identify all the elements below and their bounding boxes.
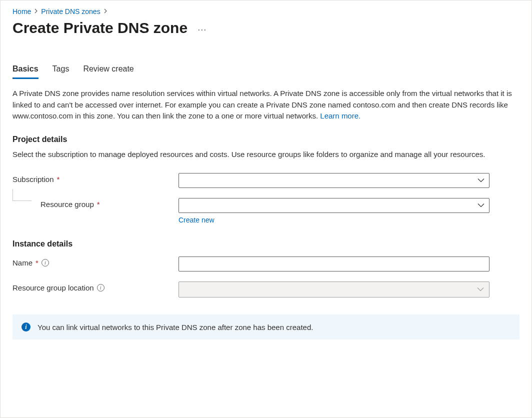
resource-group-location-select [178,282,490,298]
breadcrumb: Home Private DNS zones [12,8,520,16]
info-banner: i You can link virtual networks to this … [12,314,520,340]
required-indicator: * [36,258,38,267]
name-input[interactable] [178,256,490,272]
info-icon[interactable]: i [97,284,104,292]
breadcrumb-home[interactable]: Home [12,8,31,16]
resource-group-select-value [178,198,490,213]
resource-group-location-label-text: Resource group location [12,284,94,292]
subscription-select-value [178,173,490,188]
tab-basics[interactable]: Basics [12,64,38,79]
chevron-right-icon [34,8,38,15]
name-label-text: Name [12,258,32,267]
resource-group-location-label: Resource group location i [12,282,178,292]
indent-marker [12,189,32,201]
create-new-resource-group-link[interactable]: Create new [178,216,214,224]
required-indicator: * [97,200,100,208]
learn-more-link[interactable]: Learn more. [320,112,360,120]
instance-details-heading: Instance details [12,240,520,248]
project-details-sub: Select the subscription to manage deploy… [12,149,520,160]
chevron-right-icon [104,8,108,15]
more-actions-button[interactable]: ··· [196,25,208,34]
name-label: Name * i [12,256,178,267]
subscription-select[interactable] [178,173,490,188]
tab-tags[interactable]: Tags [52,64,70,79]
breadcrumb-private-dns-zones[interactable]: Private DNS zones [41,8,100,16]
tabs: Basics Tags Review create [12,64,520,79]
tab-review-create[interactable]: Review create [83,64,134,79]
resource-group-location-value [179,282,489,297]
project-details-heading: Project details [12,135,520,144]
tab-description: A Private DNS zone provides name resolut… [12,88,520,122]
description-text: A Private DNS zone provides name resolut… [12,89,512,120]
subscription-label-text: Subscription [12,175,54,184]
required-indicator: * [57,175,60,184]
info-icon: i [22,322,30,332]
page-title: Create Private DNS zone [12,20,188,36]
info-icon[interactable]: i [42,259,49,266]
resource-group-select[interactable] [178,198,490,213]
info-banner-text: You can link virtual networks to this Pr… [38,323,313,332]
resource-group-label: Resource group * [40,198,100,208]
subscription-label: Subscription * [12,173,178,184]
resource-group-label-text: Resource group [40,200,94,208]
